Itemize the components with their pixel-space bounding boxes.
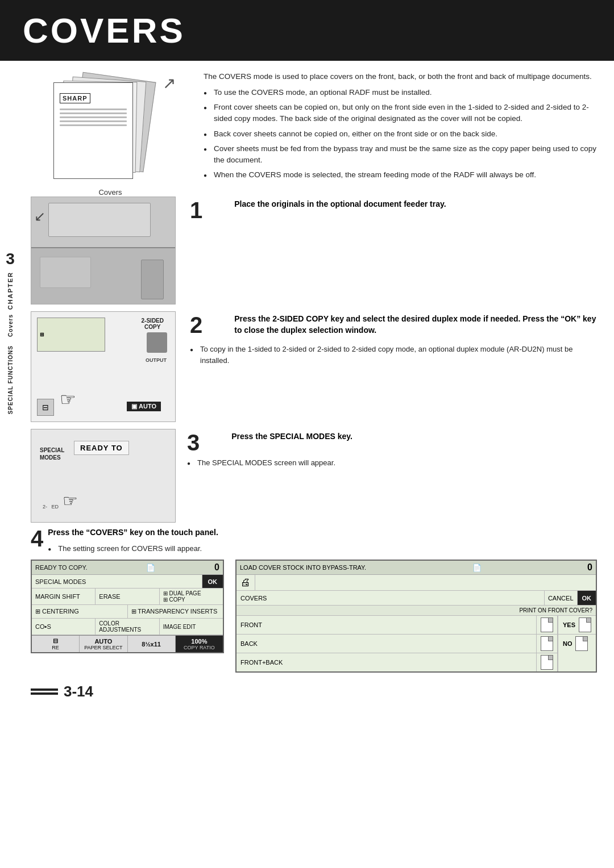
step-3-body: The SPECIAL MODES screen will appear. <box>187 457 597 469</box>
cancel-btn[interactable]: CANCEL <box>545 591 578 605</box>
covers-buttons-row: COVERS CANCEL OK <box>237 591 596 606</box>
bottom-size: 8½x11 <box>128 636 176 652</box>
step-4-screens: READY TO COPY. 📄 0 SPECIAL MODES OK <box>31 560 597 673</box>
front-label: FRONT <box>237 616 537 634</box>
covers-label-cell: COVERS <box>237 591 545 605</box>
step-1-header: 1 Place the originals in the optional do… <box>190 199 597 222</box>
step-4-header: 4 Press the “COVERS” key on the touch pa… <box>31 527 597 556</box>
lcd-left-header: READY TO COPY. 📄 0 <box>32 561 223 575</box>
ok-btn-cell[interactable]: OK <box>202 575 223 588</box>
cancel-btn-text: CANCEL <box>548 595 574 602</box>
lcd-row-4: CO▪S COLORADJUSTMENTS IMAGE EDIT <box>32 619 223 635</box>
bottom-paper-top: AUTO <box>94 638 112 645</box>
no-cell[interactable]: NO <box>558 635 596 653</box>
no-icon <box>575 636 588 651</box>
dual-page-cell[interactable]: ⊞ DUAL PAGE⊞ COPY <box>160 589 223 604</box>
back-page-icon <box>537 635 557 653</box>
bottom-paper: AUTO PAPER SELECT <box>80 636 127 652</box>
bottom-ratio-top: 100% <box>191 638 207 645</box>
bullet-3: Back cover sheets cannot be copied on, e… <box>204 128 597 140</box>
transparency-cell[interactable]: ⊞ TRANSPARENCY INSERTS <box>128 605 223 618</box>
step-4: 4 Press the “COVERS” key on the touch pa… <box>31 527 597 673</box>
step-3-bullet-1: The SPECIAL MODES screen will appear. <box>187 457 597 469</box>
bottom-re: ⊟ RE <box>32 636 80 652</box>
sharp-logo: SHARP <box>60 93 90 103</box>
covers-illustration: SHARP ↗ <box>31 71 179 185</box>
covers-ok-text: OK <box>582 595 592 602</box>
output-label: OUTPUT <box>146 357 167 363</box>
frontback-page-icon <box>537 653 557 671</box>
top-section: SHARP ↗ Covers The COVERS mode is used t… <box>31 71 597 197</box>
step-2-content: 2 Press the 2-SIDED COPY key and select … <box>190 311 597 368</box>
yes-icon <box>579 617 591 632</box>
top-description-area: The COVERS mode is used to place covers … <box>204 71 597 197</box>
covers-header-text: LOAD COVER STOCK INTO BYPASS-TRAY. <box>240 564 366 571</box>
bottom-size-top: 8½x11 <box>142 641 161 648</box>
bottom-re-top: ⊟ <box>53 637 58 645</box>
bullet-1: To use the COVERS mode, an optional RADF… <box>204 87 597 98</box>
step-3-content: 3 Press the SPECIAL MODES key. The SPECI… <box>187 429 597 471</box>
footer-line-2 <box>31 692 58 695</box>
bottom-ratio-bot: COPY RATIO <box>184 645 215 650</box>
special-modes-label: SPECIALMODES <box>40 446 64 461</box>
back-row: BACK <box>237 635 557 653</box>
print-question: PRINT ON FRONT COVER? <box>237 606 596 616</box>
footer-lines <box>31 688 58 695</box>
step-2-body: To copy in the 1-sided to 2-sided or 2-s… <box>190 344 597 366</box>
step-1: ↙ 1 Place the originals in the optional … <box>31 197 597 304</box>
bullet-4: Cover sheets must be fed from the bypass… <box>204 143 597 166</box>
bottom-re-bot: RE <box>52 645 59 650</box>
step-2-image: ⊞ 2-SIDEDCOPY OUTPUT ☞ ⊟ ▣ AUTO <box>31 311 179 422</box>
lcd-row-2: MARGIN SHIFT ERASE ⊞ DUAL PAGE⊞ COPY <box>32 589 223 605</box>
sheet-lines <box>60 108 127 128</box>
yes-no-col: YES NO <box>558 616 596 671</box>
bottom-ratio: 100% COPY RATIO <box>176 636 223 652</box>
cos-cell[interactable]: CO▪S <box>32 619 96 635</box>
hand-icon: ☞ <box>60 389 76 410</box>
page-header: COVERS <box>0 0 614 61</box>
step-4-bullet-1: The setting screen for COVERS will appea… <box>48 543 218 554</box>
covers-ok-btn[interactable]: OK <box>578 591 596 605</box>
chapter-sub: SPECIAL FUNCTIONS Covers <box>7 314 14 414</box>
margin-shift-cell[interactable]: MARGIN SHIFT <box>32 589 96 604</box>
step-3-image: SPECIALMODES READY TO ☞ 2- ED <box>31 429 176 523</box>
frontback-icon <box>541 655 553 670</box>
yes-cell[interactable]: YES <box>558 616 596 635</box>
panel-display: ⊞ <box>37 318 105 352</box>
covers-label: COVERS <box>240 595 267 602</box>
step-4-title: Press the “COVERS” key on the touch pane… <box>48 527 218 539</box>
step-3-number: 3 <box>187 431 200 454</box>
step-2-number: 2 <box>190 314 202 336</box>
covers-empty-cell <box>255 575 596 590</box>
sided-label: 2-SIDEDCOPY <box>142 318 164 330</box>
sheet-front: SHARP <box>53 82 133 179</box>
bottom-paper-bot: PAPER SELECT <box>84 645 122 650</box>
front-page-icon <box>537 616 557 634</box>
step-2-bullet-1: To copy in the 1-sided to 2-sided or 2-s… <box>190 344 597 366</box>
step-2-title: Press the 2-SIDED COPY key and select th… <box>234 314 597 336</box>
lcd-right: LOAD COVER STOCK INTO BYPASS-TRAY. 📄 0 🖨 <box>235 560 597 673</box>
footer: 3-14 <box>31 683 597 700</box>
lcd-right-area: LOAD COVER STOCK INTO BYPASS-TRAY. 📄 0 🖨 <box>235 560 597 673</box>
lcd-left-header-text: READY TO COPY. <box>35 564 88 571</box>
icon-area: ⊟ <box>37 399 54 416</box>
chapter-number: 3 <box>6 250 15 268</box>
step-3-title: Press the SPECIAL MODES key. <box>231 431 352 443</box>
finger-icon: ☞ <box>63 491 78 511</box>
centering-cell[interactable]: ⊞ CENTERING <box>32 605 128 618</box>
bullet-5: When the COVERS mode is selected, the st… <box>204 169 597 181</box>
copy-button <box>147 332 167 353</box>
step-4-body: The setting screen for COVERS will appea… <box>48 543 218 554</box>
lcd-left: READY TO COPY. 📄 0 SPECIAL MODES OK <box>31 560 224 653</box>
erase-cell[interactable]: ERASE <box>96 589 159 604</box>
front-text: FRONT <box>240 621 262 628</box>
step-4-number: 4 <box>31 527 43 550</box>
lcd-left-area: READY TO COPY. 📄 0 SPECIAL MODES OK <box>31 560 224 653</box>
main-content: SHARP ↗ Covers The COVERS mode is used t… <box>25 71 614 717</box>
footer-line-1 <box>31 688 58 691</box>
lcd-bottom-row: ⊟ RE AUTO PAPER SELECT 8½x11 100% <box>32 635 223 652</box>
front-row: FRONT <box>237 616 557 635</box>
image-edit-cell[interactable]: IMAGE EDIT <box>160 619 223 635</box>
step-1-title: Place the originals in the optional docu… <box>234 199 446 210</box>
color-adj-cell[interactable]: COLORADJUSTMENTS <box>96 619 159 635</box>
